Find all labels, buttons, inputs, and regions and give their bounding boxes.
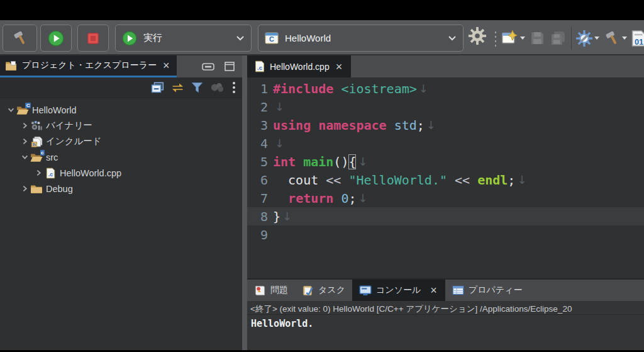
build-hammer-button[interactable] [3,25,37,52]
code-line[interactable]: 3using namespace std;↓ [247,116,644,134]
tab-properties[interactable]: プロパティー [445,280,530,301]
console-output[interactable]: HelloWorld. [247,315,644,332]
build-config-button[interactable] [576,30,599,47]
chevron-down-icon [520,37,525,40]
tree-item[interactable]: Debug [0,181,242,196]
code-line[interactable]: 7 return 0;↓ [247,189,644,207]
editor-tabbar: .c HelloWorld.cpp × [247,55,644,77]
tree-item[interactable]: hインクルード [0,133,242,149]
line-number: 3 [247,118,273,133]
code-token: cout [273,173,326,188]
hammer-icon [12,30,28,47]
tree-item[interactable]: .cHelloWorld.cpp [0,165,242,181]
code-line[interactable]: 6 cout << "HelloWorld." << endl;↓ [247,171,644,189]
play-icon [48,30,64,47]
run-config-combo[interactable]: 実行 [115,25,252,52]
run-button[interactable] [40,25,72,52]
code-token [296,154,303,169]
launch-settings-gear-button[interactable] [468,26,487,45]
stop-button[interactable] [77,25,109,52]
code-line[interactable]: 1#include <iostream>↓ [247,79,644,98]
save-all-icon [550,30,567,46]
view-menu-icon[interactable] [232,81,236,94]
code-editor[interactable]: 1#include <iostream>↓2↓3using namespace … [247,77,644,278]
tree-item[interactable]: CHelloWorld [0,102,242,118]
new-wizard-icon [501,30,518,46]
packages-icon[interactable] [210,82,225,93]
save-all-button[interactable] [550,30,567,46]
code-token [333,81,341,96]
code-line[interactable]: 8}↓ [247,207,644,225]
code-line[interactable]: 4↓ [247,134,644,152]
svg-text:C: C [269,35,274,43]
tab-console[interactable]: コンソール× [352,280,445,301]
chevron-right-icon[interactable] [33,169,44,176]
code-token: #include [273,81,333,96]
code-token: std [394,118,417,133]
minimize-icon[interactable] [202,63,214,71]
project-explorer-tabbar: プロジェクト・エクスプローラー × [0,55,242,77]
tree-item[interactable]: バイナリー [0,118,242,133]
chevron-down-icon [448,35,457,41]
tab-helloworld-cpp[interactable]: .c HelloWorld.cpp × [247,55,351,77]
newline-marker-icon: ↓ [273,137,284,150]
close-icon[interactable]: × [162,60,171,71]
panel-title: プロジェクト・エクスプローラー [22,60,157,71]
code-token [273,191,288,206]
chevron-down-icon [622,37,627,40]
binary-artifact-button[interactable]: 01 [631,30,644,47]
folder-icon [30,183,43,195]
build-button[interactable] [604,30,627,47]
problems-icon [254,285,266,296]
code-line[interactable]: 9 [247,225,644,244]
close-icon[interactable]: × [429,285,438,296]
chevron-right-icon[interactable] [19,122,30,129]
newline-marker-icon: ↓ [356,155,367,168]
tab-label: コンソール [376,285,421,296]
play-icon [122,31,137,46]
app-launch-label: HelloWorld [285,33,331,43]
tab-tasks[interactable]: タスク [295,280,352,301]
save-icon [530,30,545,46]
chevron-right-icon[interactable] [19,185,30,192]
code-token: } [273,209,280,224]
filter-icon[interactable] [191,82,203,93]
app-launch-combo[interactable]: C HelloWorld [258,25,464,52]
collapse-all-icon[interactable] [151,82,164,94]
new-wizard-button[interactable] [501,30,525,46]
tab-project-explorer[interactable]: プロジェクト・エクスプローラー × [0,55,177,77]
build-config-icon [576,30,592,47]
c-badge: c [40,150,45,156]
svg-text:.c: .c [257,64,262,71]
save-button[interactable] [530,30,545,46]
properties-icon [452,285,464,295]
maximize-icon[interactable] [225,62,235,71]
chevron-down-icon[interactable] [19,154,30,161]
code-token: 0 [341,191,348,206]
stop-icon [86,31,100,45]
code-line[interactable]: 2↓ [247,98,644,116]
panel-window-buttons [202,55,242,77]
c-badge: C [25,103,31,108]
chevron-right-icon[interactable] [19,138,30,145]
code-token [470,173,477,188]
drag-handle-icon[interactable] [494,30,497,47]
c-app-icon: C [265,32,279,44]
link-with-editor-icon[interactable] [171,82,184,94]
line-number: 5 [247,154,273,169]
titlebar [0,0,644,20]
toolbar-separator [571,27,572,50]
tree-item[interactable]: csrc [0,149,242,165]
tab-problems[interactable]: 問題 [247,280,295,301]
hammer-icon [604,30,620,47]
editor-tab-label: HelloWorld.cpp [270,62,330,72]
vertical-sash[interactable] [242,55,247,350]
project-explorer-toolbar [0,77,242,98]
chevron-down-icon[interactable] [5,106,16,113]
project-explorer-panel: プロジェクト・エクスプローラー × [0,55,242,350]
close-icon[interactable]: × [335,61,344,72]
code-token: using namespace [273,118,387,133]
code-token: int [273,154,296,169]
code-line[interactable]: 5int main(){↓ [247,152,644,171]
svg-text:h: h [32,142,35,147]
